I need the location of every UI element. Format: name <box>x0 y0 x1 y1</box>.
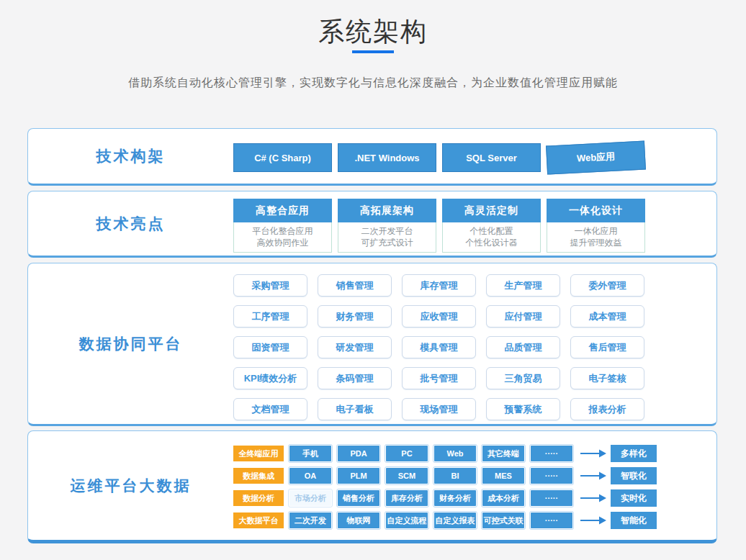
module-button[interactable]: 售后管理 <box>570 336 644 358</box>
card-line: 个性化设计器 <box>443 237 540 248</box>
module-button[interactable]: 品质管理 <box>486 336 560 358</box>
tech-stack-label: 技术构架 <box>28 129 233 184</box>
row-chip-ellipsis[interactable]: ····· <box>531 446 572 461</box>
row-chip[interactable]: 自定义流程 <box>386 512 428 528</box>
page-subtitle: 借助系统自动化核心管理引擎，实现数字化与信息化深度融合，为企业数值化管理应用赋能 <box>0 76 746 91</box>
row-chip[interactable]: MES <box>482 468 524 484</box>
card-line: 提升管理效益 <box>547 237 644 248</box>
row-chip[interactable]: 成本分析 <box>482 490 524 506</box>
card-title: 高拓展架构 <box>338 199 436 222</box>
row-chip[interactable]: PC <box>386 446 428 461</box>
bigdata-row-platform: 大数据平台 二次开发 物联网 自定义流程 自定义报表 可控式关联 ····· 智… <box>233 512 657 529</box>
row-chip[interactable]: 可控式关联 <box>482 512 524 528</box>
row-tag[interactable]: 数据分析 <box>233 490 284 506</box>
highlight-card-extension: 高拓展架构 二次开发平台 可扩充式设计 <box>338 199 436 253</box>
result-button[interactable]: 多样化 <box>611 445 657 462</box>
module-button[interactable]: 条码管理 <box>318 367 392 389</box>
module-button[interactable]: 库存管理 <box>402 274 476 297</box>
tech-button-webapp[interactable]: Web应用 <box>546 140 646 174</box>
tech-button-dotnet[interactable]: .NET Windows <box>338 143 436 172</box>
result-button[interactable]: 智能化 <box>611 512 657 529</box>
row-chip[interactable]: PDA <box>338 446 379 461</box>
card-title: 高灵活定制 <box>442 199 541 222</box>
row-chip[interactable]: 财务分析 <box>434 490 476 506</box>
module-button[interactable]: 报表分析 <box>570 398 644 420</box>
highlight-cards-row: 高整合应用 平台化整合应用 高效协同作业 高拓展架构 二次开发平台 可扩充式设计… <box>233 199 651 253</box>
row-tag[interactable]: 全终端应用 <box>233 446 284 461</box>
bigdata-row-analysis: 数据分析 市场分析 销售分析 库存分析 财务分析 成本分析 ····· 实时化 <box>233 489 657 507</box>
bigdata-row-terminals: 全终端应用 手机 PDA PC Web 其它终端 ····· 多样化 <box>233 445 657 462</box>
bigdata-row-integration: 数据集成 OA PLM SCM BI MES ····· 智联化 <box>233 467 657 484</box>
tech-button-row: C# (C Sharp) .NET Windows SQL Server Web… <box>233 143 651 172</box>
module-button[interactable]: 应付管理 <box>486 305 560 328</box>
module-grid: 采购管理 销售管理 库存管理 生产管理 委外管理 工序管理 财务管理 应收管理 … <box>233 274 655 420</box>
result-button[interactable]: 智联化 <box>611 467 657 484</box>
row-chip[interactable]: 手机 <box>289 446 331 461</box>
module-button[interactable]: 工序管理 <box>233 305 307 328</box>
row-chip[interactable]: 销售分析 <box>338 490 379 506</box>
row-chip[interactable]: SCM <box>386 468 428 484</box>
module-button[interactable]: 成本管理 <box>570 305 644 328</box>
highlight-card-allinone: 一体化设计 一体化应用 提升管理效益 <box>547 199 645 253</box>
tech-button-sqlserver[interactable]: SQL Server <box>442 143 541 172</box>
module-button[interactable]: 模具管理 <box>402 336 476 358</box>
module-button[interactable]: 销售管理 <box>318 274 392 297</box>
arrow-right-icon <box>580 471 606 480</box>
module-button[interactable]: 现场管理 <box>402 398 476 420</box>
card-title: 高整合应用 <box>233 199 332 222</box>
row-chip-ellipsis[interactable]: ····· <box>531 490 572 506</box>
panel-bigdata: 运维平台大数据 全终端应用 手机 PDA PC Web 其它终端 ····· 多… <box>27 430 717 543</box>
module-button[interactable]: 委外管理 <box>570 274 644 297</box>
card-line: 高效协同作业 <box>234 237 331 248</box>
panel-tech-stack: 技术构架 C# (C Sharp) .NET Windows SQL Serve… <box>27 128 717 186</box>
row-chip[interactable]: 物联网 <box>338 512 379 528</box>
module-button[interactable]: 电子签核 <box>570 367 644 389</box>
row-chip[interactable]: PLM <box>338 468 379 484</box>
row-tag[interactable]: 大数据平台 <box>233 512 284 528</box>
card-title: 一体化设计 <box>547 199 645 222</box>
highlight-card-integration: 高整合应用 平台化整合应用 高效协同作业 <box>233 199 332 253</box>
module-button[interactable]: 预警系统 <box>486 398 560 420</box>
card-line: 平台化整合应用 <box>234 225 331 237</box>
row-chip[interactable]: 库存分析 <box>386 490 428 506</box>
row-chip[interactable]: 其它终端 <box>482 446 524 461</box>
module-button[interactable]: 采购管理 <box>233 274 307 297</box>
row-tag[interactable]: 数据集成 <box>233 468 284 484</box>
card-line: 可扩充式设计 <box>338 237 436 248</box>
module-button[interactable]: 固资管理 <box>233 336 307 358</box>
bigdata-rows: 全终端应用 手机 PDA PC Web 其它终端 ····· 多样化 数据集成 … <box>233 445 657 534</box>
bigdata-label: 运维平台大数据 <box>28 431 233 540</box>
tech-button-csharp[interactable]: C# (C Sharp) <box>233 143 332 172</box>
result-button[interactable]: 实时化 <box>611 489 657 507</box>
module-button[interactable]: 批号管理 <box>402 367 476 389</box>
highlights-label: 技术亮点 <box>28 191 233 256</box>
row-chip[interactable]: 市场分析 <box>289 490 331 506</box>
arrow-right-icon <box>580 449 606 458</box>
row-chip[interactable]: OA <box>289 468 331 484</box>
data-platform-label: 数据协同平台 <box>28 263 233 424</box>
arrow-right-icon <box>580 494 606 502</box>
module-button[interactable]: 生产管理 <box>486 274 560 297</box>
row-chip-ellipsis[interactable]: ····· <box>531 512 572 528</box>
module-button[interactable]: 应收管理 <box>402 305 476 328</box>
arrow-right-icon <box>580 516 606 525</box>
row-chip[interactable]: 自定义报表 <box>434 512 476 528</box>
row-chip-ellipsis[interactable]: ····· <box>531 468 572 484</box>
module-button[interactable]: 电子看板 <box>318 398 392 420</box>
row-chip[interactable]: 二次开发 <box>289 512 331 528</box>
module-button[interactable]: KPI绩效分析 <box>233 367 307 389</box>
page-title: 系统架构 <box>0 14 746 50</box>
card-line: 二次开发平台 <box>338 225 436 237</box>
title-underline <box>352 50 394 53</box>
card-line: 个性化配置 <box>443 225 540 237</box>
row-chip[interactable]: BI <box>434 468 476 484</box>
module-button[interactable]: 研发管理 <box>318 336 392 358</box>
module-button[interactable]: 财务管理 <box>318 305 392 328</box>
module-button[interactable]: 三角贸易 <box>486 367 560 389</box>
panel-data-platform: 数据协同平台 采购管理 销售管理 库存管理 生产管理 委外管理 工序管理 财务管… <box>27 263 717 426</box>
row-chip[interactable]: Web <box>434 446 476 461</box>
panel-highlights: 技术亮点 高整合应用 平台化整合应用 高效协同作业 高拓展架构 二次开发平台 可… <box>27 191 717 258</box>
highlight-card-flexibility: 高灵活定制 个性化配置 个性化设计器 <box>442 199 541 253</box>
card-line: 一体化应用 <box>547 225 644 237</box>
module-button[interactable]: 文档管理 <box>233 398 307 420</box>
